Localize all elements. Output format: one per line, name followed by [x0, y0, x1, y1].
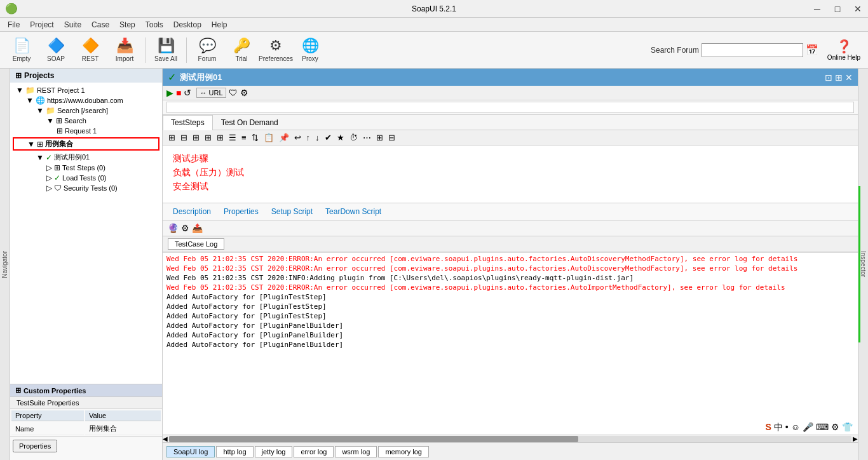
tree-yongli-group[interactable]: ▼ ⊞ 用例集合: [13, 137, 159, 151]
menu-desktop[interactable]: Desktop: [168, 19, 207, 30]
tree-loadtests[interactable]: ▷ ✓ Load Tests (0): [13, 173, 159, 183]
tree-teststeps[interactable]: ▷ ⊞ Test Steps (0): [13, 163, 159, 173]
search-forum-input[interactable]: [702, 43, 803, 57]
scroll-track[interactable]: [169, 436, 851, 442]
menu-file[interactable]: File: [3, 19, 25, 30]
move-down-icon[interactable]: ↓: [313, 132, 322, 143]
tree-securitytests[interactable]: ▷ 🛡 Security Tests (0): [13, 183, 159, 193]
expand-icon: ▷: [46, 173, 52, 182]
tree-search-path[interactable]: ▼ 📁 Search [/search]: [13, 105, 159, 116]
calendar-icon[interactable]: 📅: [806, 44, 818, 56]
log-section: TestCase Log Wed Feb 05 21:02:35 CST 202…: [163, 236, 858, 460]
rest-button[interactable]: 🔶 REST: [74, 34, 107, 66]
tree-rest-project[interactable]: ▼ 📁 REST Project 1: [13, 85, 159, 95]
undo-icon[interactable]: ↩: [292, 132, 303, 143]
move-up-icon[interactable]: ↑: [304, 132, 313, 143]
testcase-log-button[interactable]: TestCase Log: [168, 238, 224, 250]
horizontal-scrollbar[interactable]: ◀ ▶: [163, 435, 858, 442]
proxy-button[interactable]: 🌐 Proxy: [294, 34, 327, 66]
sort-icon[interactable]: ⇅: [250, 132, 261, 143]
paste-icon[interactable]: 📌: [277, 132, 291, 143]
keyboard-icon: ⌨: [816, 422, 829, 433]
preferences-button[interactable]: ⚙ Preferences: [259, 34, 292, 66]
add-step4-icon[interactable]: ⊞: [203, 132, 214, 143]
star-icon[interactable]: ★: [335, 132, 346, 143]
scroll-right-arrow[interactable]: ▶: [853, 435, 858, 442]
properties-table: Property Value Name 用例集合: [10, 409, 162, 436]
dots-icon[interactable]: ⋯: [361, 132, 373, 143]
add-step2-icon[interactable]: ⊟: [179, 132, 189, 143]
tab-properties[interactable]: Properties: [221, 206, 261, 217]
inspector-sidebar[interactable]: Inspector: [858, 69, 868, 460]
col-value: Value: [85, 410, 161, 421]
tree-search-item[interactable]: ▼ ⊞ Search: [13, 116, 159, 126]
export-icon[interactable]: 📤: [192, 223, 203, 233]
add-step5-icon[interactable]: ⊞: [215, 132, 226, 143]
check-all-icon[interactable]: ✔: [323, 132, 334, 143]
settings-icon[interactable]: ⚙: [240, 88, 248, 98]
list2-icon[interactable]: ≡: [240, 132, 248, 143]
log-tab-wsrm[interactable]: wsrm log: [335, 446, 377, 457]
tab-teststeps[interactable]: TestSteps: [163, 115, 213, 130]
close-button[interactable]: ✕: [848, 0, 868, 18]
script-area: 🔮 ⚙ 📤: [163, 220, 858, 236]
help-icon: ❓: [836, 39, 852, 54]
tree-testcase01[interactable]: ▼ ✓ 测试用例01: [13, 152, 159, 163]
folder-icon: 📁: [46, 106, 55, 115]
copy-icon[interactable]: 📋: [262, 132, 276, 143]
log-tabs: SoapUI log http log jetty log error log …: [163, 442, 858, 460]
add-step-icon[interactable]: ⊞: [166, 132, 177, 143]
log-tab-error[interactable]: error log: [294, 446, 334, 457]
tab-teardown-script[interactable]: TearDown Script: [323, 206, 384, 217]
menu-suite[interactable]: Suite: [59, 19, 86, 30]
expand2-icon[interactable]: ⊞: [374, 132, 385, 143]
search-input[interactable]: [166, 102, 854, 113]
expand-icon[interactable]: ⊡: [825, 72, 832, 83]
float-icon[interactable]: ⊞: [835, 72, 843, 83]
scroll-left-arrow[interactable]: ◀: [163, 435, 168, 442]
log-tab-soapui[interactable]: SoapUI log: [166, 446, 215, 457]
menu-step[interactable]: Step: [114, 19, 140, 30]
tree-douban[interactable]: ▼ 🌐 https://www.douban.com: [13, 95, 159, 105]
trial-button[interactable]: 🔑 Trial: [225, 34, 258, 66]
tab-description[interactable]: Description: [170, 206, 214, 217]
shield-icon[interactable]: 🛡: [229, 88, 238, 98]
menu-tools[interactable]: Tools: [140, 19, 168, 30]
properties-button[interactable]: Properties: [13, 440, 57, 452]
menu-case[interactable]: Case: [86, 19, 114, 30]
tab-setup-script[interactable]: Setup Script: [269, 206, 315, 217]
globe-icon: 🌐: [36, 96, 45, 105]
close-icon[interactable]: ✕: [845, 72, 853, 83]
refresh-button[interactable]: ↺: [184, 88, 191, 98]
maximize-button[interactable]: □: [827, 0, 848, 18]
clock-icon[interactable]: ⏱: [348, 132, 360, 143]
play-button[interactable]: ▶: [166, 88, 173, 98]
testsuite-properties-tab[interactable]: TestSuite Properties: [10, 397, 162, 409]
navigator-sidebar[interactable]: Navigator: [0, 69, 10, 460]
minimize-button[interactable]: ─: [807, 0, 827, 18]
wand-icon[interactable]: 🔮: [168, 223, 179, 233]
log-tab-jetty[interactable]: jetty log: [255, 446, 293, 457]
forum-icon: 💬: [199, 37, 216, 54]
stop-button[interactable]: ■: [176, 88, 181, 98]
menu-help[interactable]: Help: [207, 19, 233, 30]
scroll-thumb[interactable]: [169, 436, 578, 442]
save-all-button[interactable]: 💾 Save All: [149, 34, 182, 66]
log-tab-http[interactable]: http log: [216, 446, 253, 457]
tree-request1[interactable]: ⊞ Request 1: [13, 126, 159, 136]
shrink-icon[interactable]: ⊟: [386, 132, 397, 143]
forum-button[interactable]: 💬 Forum: [191, 34, 224, 66]
gear-icon[interactable]: ⚙: [181, 223, 189, 233]
log-tab-memory[interactable]: memory log: [378, 446, 428, 457]
menu-project[interactable]: Project: [25, 19, 58, 30]
import-button[interactable]: 📥 Import: [108, 34, 141, 66]
online-help-button[interactable]: ❓ Online Help: [825, 39, 863, 61]
empty-button[interactable]: 📄 Empty: [5, 34, 38, 66]
title: SoapUI 5.2.1: [412, 4, 456, 13]
soap-button[interactable]: 🔷 SOAP: [39, 34, 72, 66]
list-icon[interactable]: ☰: [227, 132, 238, 143]
right-panel: ✓ 测试用例01 ⊡ ⊞ ✕ ▶ ■ ↺ ↔ URL 🛡 ⚙ TestSteps: [163, 69, 858, 460]
expand-icon: ▼: [36, 153, 44, 162]
tab-test-on-demand[interactable]: Test On Demand: [213, 115, 287, 130]
add-step3-icon[interactable]: ⊞: [191, 132, 201, 143]
